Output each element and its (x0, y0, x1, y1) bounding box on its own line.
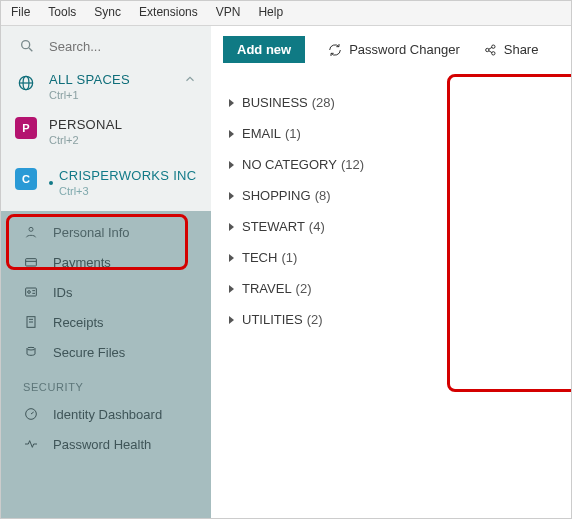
nav-payments[interactable]: Payments (1, 247, 211, 277)
svg-point-0 (22, 41, 30, 49)
space-personal[interactable]: P PERSONAL Ctrl+2 (1, 109, 211, 154)
dashboard-icon (23, 406, 39, 422)
category-count: (4) (309, 219, 325, 234)
triangle-right-icon (229, 316, 234, 324)
category-count: (2) (296, 281, 312, 296)
password-changer-label: Password Changer (349, 42, 460, 57)
nav-receipts[interactable]: Receipts (1, 307, 211, 337)
space-crisper[interactable]: C CRISPERWORKS INC Ctrl+3 (1, 154, 211, 211)
menu-file[interactable]: File (11, 5, 30, 19)
svg-point-5 (29, 227, 33, 231)
svg-point-20 (491, 51, 494, 54)
category-no-category[interactable]: NO CATEGORY(12) (225, 149, 377, 180)
space-all[interactable]: ALL SPACES Ctrl+1 (1, 64, 211, 109)
category-label: NO CATEGORY (242, 157, 337, 172)
category-travel[interactable]: TRAVEL(2) (225, 273, 377, 304)
category-label: UTILITIES (242, 312, 303, 327)
svg-line-22 (488, 50, 491, 52)
category-count: (2) (307, 312, 323, 327)
nav-password-health-label: Password Health (53, 437, 151, 452)
health-icon (23, 436, 39, 452)
search-input[interactable] (49, 39, 169, 54)
sidebar: ALL SPACES Ctrl+1 P PERSONAL Ctrl+2 C CR (1, 26, 211, 518)
category-email[interactable]: EMAIL(1) (225, 118, 377, 149)
nav-personal-info[interactable]: Personal Info (1, 217, 211, 247)
space-personal-shortcut: Ctrl+2 (49, 134, 122, 146)
globe-icon (15, 72, 37, 94)
category-count: (12) (341, 157, 364, 172)
triangle-right-icon (229, 254, 234, 262)
svg-line-1 (29, 48, 32, 51)
menu-extensions[interactable]: Extensions (139, 5, 198, 19)
category-count: (8) (315, 188, 331, 203)
svg-line-21 (488, 47, 491, 49)
search-row[interactable] (1, 32, 211, 64)
svg-rect-6 (26, 259, 37, 266)
category-list: BUSINESS(28) EMAIL(1) NO CATEGORY(12) SH… (223, 79, 383, 343)
category-shopping[interactable]: SHOPPING(8) (225, 180, 377, 211)
category-label: STEWART (242, 219, 305, 234)
nav-secure-files-label: Secure Files (53, 345, 125, 360)
triangle-right-icon (229, 285, 234, 293)
category-label: EMAIL (242, 126, 281, 141)
svg-point-18 (485, 48, 488, 51)
category-count: (1) (285, 126, 301, 141)
share-label: Share (504, 42, 539, 57)
nav-identity-dashboard-label: Identity Dashboard (53, 407, 162, 422)
category-tech[interactable]: TECH(1) (225, 242, 377, 273)
search-icon (19, 38, 35, 54)
crisper-badge-icon: C (15, 168, 37, 190)
triangle-right-icon (229, 192, 234, 200)
nav-identity-dashboard[interactable]: Identity Dashboard (1, 399, 211, 429)
share-link[interactable]: Share (482, 42, 539, 58)
nav-ids[interactable]: IDs (1, 277, 211, 307)
toolbar: Add new Password Changer Share (223, 36, 559, 63)
category-label: TECH (242, 250, 277, 265)
category-stewart[interactable]: STEWART(4) (225, 211, 377, 242)
nav-payments-label: Payments (53, 255, 111, 270)
main-panel: Add new Password Changer Share BUSINESS(… (211, 26, 571, 518)
nav-ids-label: IDs (53, 285, 73, 300)
svg-point-19 (491, 45, 494, 48)
category-label: SHOPPING (242, 188, 311, 203)
triangle-right-icon (229, 161, 234, 169)
category-utilities[interactable]: UTILITIES(2) (225, 304, 377, 335)
menu-bar: File Tools Sync Extensions VPN Help (1, 1, 571, 26)
refresh-icon (327, 42, 343, 58)
space-personal-label: PERSONAL (49, 117, 122, 132)
menu-vpn[interactable]: VPN (216, 5, 241, 19)
password-changer-link[interactable]: Password Changer (327, 42, 460, 58)
add-new-button[interactable]: Add new (223, 36, 305, 63)
section-security: SECURITY (1, 367, 211, 399)
category-count: (1) (281, 250, 297, 265)
space-all-shortcut: Ctrl+1 (49, 89, 130, 101)
category-business[interactable]: BUSINESS(28) (225, 87, 377, 118)
category-count: (28) (312, 95, 335, 110)
id-icon (23, 284, 39, 300)
nav-receipts-label: Receipts (53, 315, 104, 330)
category-label: BUSINESS (242, 95, 308, 110)
highlight-categories (447, 74, 572, 392)
nav-password-health[interactable]: Password Health (1, 429, 211, 459)
space-crisper-label: CRISPERWORKS INC (59, 168, 196, 183)
svg-line-17 (31, 412, 34, 414)
nav-secure-files[interactable]: Secure Files (1, 337, 211, 367)
triangle-right-icon (229, 130, 234, 138)
personal-badge-icon: P (15, 117, 37, 139)
space-crisper-shortcut: Ctrl+3 (59, 185, 196, 197)
card-icon (23, 254, 39, 270)
svg-point-9 (28, 291, 31, 294)
share-icon (482, 42, 498, 58)
menu-sync[interactable]: Sync (94, 5, 121, 19)
menu-tools[interactable]: Tools (48, 5, 76, 19)
triangle-right-icon (229, 99, 234, 107)
triangle-right-icon (229, 223, 234, 231)
active-dot-icon (49, 181, 53, 185)
svg-point-15 (27, 347, 35, 350)
files-icon (23, 344, 39, 360)
receipt-icon (23, 314, 39, 330)
menu-help[interactable]: Help (258, 5, 283, 19)
nav-personal-info-label: Personal Info (53, 225, 130, 240)
person-icon (23, 224, 39, 240)
chevron-up-icon[interactable] (183, 72, 197, 89)
